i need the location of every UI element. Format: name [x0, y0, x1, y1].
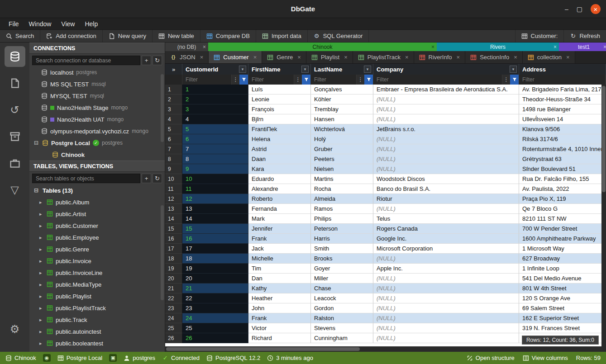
cell-customerid[interactable]: 15 [182, 224, 248, 234]
cell-address[interactable]: Grétrystraat 63 [519, 154, 606, 164]
close-icon[interactable]: × [344, 54, 348, 61]
cell-address[interactable]: Sſnder Boulevard 51 [519, 164, 606, 174]
minimize-button[interactable]: – [565, 5, 568, 13]
table-item-public-customer[interactable]: ▸public.Customer [29, 220, 165, 232]
cell-company[interactable]: (NULL) [373, 95, 519, 104]
table-row[interactable]: 2020DanMiller(NULL)541 Del Medio Avenue [165, 274, 606, 284]
cell-address[interactable]: Ullevĺlsveien 14 [519, 114, 606, 124]
cell-lastname[interactable]: Chase [311, 284, 373, 293]
kebab-menu-button[interactable]: ⋮ [502, 75, 510, 85]
close-icon[interactable]: × [603, 44, 606, 50]
close-button[interactable]: × [591, 4, 601, 14]
horizontal-scrollbar[interactable] [165, 346, 606, 352]
table-row[interactable]: 55FrantiΠekWichterlováJetBrains s.r.o.Kl… [165, 124, 606, 134]
chevron-down-icon[interactable]: ▾ [510, 66, 517, 73]
cell-address[interactable]: 319 N. Frances Street [519, 323, 606, 333]
add-connection-small-button[interactable]: + [142, 56, 151, 65]
column-header-address[interactable]: Address [519, 64, 606, 75]
column-header-company[interactable]: Company▾ [373, 64, 519, 75]
maximize-button[interactable]: ▢ [577, 5, 582, 13]
cell-address[interactable]: 1 Infinite Loop [519, 264, 606, 274]
cell-address[interactable]: 700 W Pender Street [519, 224, 606, 234]
cell-firstname[interactable]: Astrid [248, 144, 311, 154]
cell-firstname[interactable]: Dan [248, 274, 311, 284]
cell-firstname[interactable]: Mark [248, 214, 311, 224]
cell-customerid[interactable]: 18 [182, 254, 248, 264]
column-header-firstname[interactable]: FirstName▾ [248, 64, 311, 75]
cell-company[interactable]: Apple Inc. [373, 264, 519, 274]
cell-company[interactable]: (NULL) [373, 333, 519, 343]
table-row[interactable]: 22LeonieKöhler(NULL)Theodor-Heuss-Straße… [165, 95, 606, 104]
cell-company[interactable]: JetBrains s.r.o. [373, 124, 519, 134]
chevron-right-icon[interactable]: ▸ [39, 305, 44, 311]
cell-lastname[interactable]: Brooks [311, 254, 373, 264]
chevron-right-icon[interactable]: ▸ [39, 317, 44, 323]
filter-funnel-button[interactable] [364, 75, 373, 85]
cell-lastname[interactable]: Martins [311, 174, 373, 184]
kebab-menu-button[interactable]: ⋮ [232, 75, 239, 85]
cell-address[interactable]: Praça Pio X, 119 [519, 194, 606, 204]
table-item-public-playlist[interactable]: ▸public.Playlist [29, 290, 165, 302]
row-number[interactable]: 11 [165, 184, 182, 194]
collapse-icon[interactable]: ⊟ [34, 140, 39, 146]
row-number[interactable]: 3 [165, 104, 182, 114]
cell-company[interactable]: (NULL) [373, 164, 519, 174]
table-row[interactable]: 33FrançoisTremblay(NULL)1498 rue Bélange… [165, 104, 606, 114]
cell-company[interactable]: Riotur [373, 194, 519, 204]
close-icon[interactable]: × [431, 44, 434, 50]
file-tab-collection[interactable]: collection× [523, 51, 575, 63]
kebab-menu-button[interactable]: ⋮ [357, 75, 364, 85]
filter-input[interactable]: Filter [248, 75, 294, 85]
menu-help[interactable]: Help [80, 20, 103, 28]
table-row[interactable]: 1919TimGoyerApple Inc.1 Infinite Loop [165, 264, 606, 274]
filter-funnel-button[interactable] [302, 75, 310, 85]
database-tab-chinook[interactable]: Chinook× [208, 43, 437, 51]
cell-address[interactable]: Rilská 3174/6 [519, 134, 606, 144]
row-number[interactable]: 10 [165, 174, 182, 184]
cell-firstname[interactable]: Frank [248, 313, 311, 323]
close-icon[interactable]: × [566, 54, 570, 61]
chevron-right-icon[interactable]: ▸ [39, 211, 44, 217]
cell-address[interactable]: 627 Broadway [519, 254, 606, 264]
cell-address[interactable]: 162 E Superior Street [519, 313, 606, 323]
cell-address[interactable]: Qe 7 Bloco G [519, 204, 606, 214]
cell-company[interactable]: (NULL) [373, 154, 519, 164]
chevron-right-icon[interactable]: ▸ [39, 293, 44, 299]
cell-lastname[interactable]: Ramos [311, 204, 373, 214]
cell-firstname[interactable]: Heather [248, 293, 311, 303]
add-object-button[interactable]: + [142, 174, 151, 183]
table-row[interactable]: 1515JenniferPetersonRogers Canada700 W P… [165, 224, 606, 234]
cell-company[interactable]: (NULL) [373, 134, 519, 144]
chevron-right-icon[interactable]: ▸ [39, 282, 44, 288]
rail-item-database-icon[interactable] [5, 46, 25, 67]
file-tab-customer[interactable]: Customer× [209, 51, 262, 63]
cell-company[interactable]: (NULL) [373, 104, 519, 114]
cell-firstname[interactable]: Kara [248, 164, 311, 174]
cell-company[interactable]: (NULL) [373, 114, 519, 124]
row-number[interactable]: 17 [165, 244, 182, 254]
cell-address[interactable]: Rotenturmstraße 4, 1010 Innere Stadt [519, 144, 606, 154]
table-row[interactable]: 2525VictorStevens(NULL)319 N. Frances St… [165, 323, 606, 333]
cell-customerid[interactable]: 16 [182, 234, 248, 244]
toolbar-button-compare-db[interactable]: Compare DB [200, 30, 256, 42]
cell-firstname[interactable]: Luís [248, 85, 311, 95]
table-row[interactable]: 1010EduardoMartinsWoodstock DiscosRua Dr… [165, 174, 606, 184]
cell-lastname[interactable]: Hansen [311, 114, 373, 124]
filter-input[interactable]: Filter [373, 75, 502, 85]
cell-customerid[interactable]: 13 [182, 204, 248, 214]
cell-company[interactable]: (NULL) [373, 303, 519, 313]
table-row[interactable]: 2424FrankRalston(NULL)162 E Superior Str… [165, 313, 606, 323]
collapse-icon[interactable]: ⊟ [34, 187, 39, 194]
cell-firstname[interactable]: Eduardo [248, 174, 311, 184]
cell-address[interactable]: 8210 111 ST NW [519, 214, 606, 224]
table-item-public-artist[interactable]: ▸public.Artist [29, 208, 165, 220]
kebab-menu-button[interactable]: ⋮ [294, 75, 302, 85]
cell-customerid[interactable]: 3 [182, 104, 248, 114]
cell-customerid[interactable]: 17 [182, 244, 248, 254]
row-number[interactable]: 7 [165, 144, 182, 154]
chevron-right-icon[interactable]: ▸ [39, 235, 44, 241]
connection-item-nano2health-stage[interactable]: Nano2Health Stagemongo [29, 102, 165, 113]
table-item-public-autoinctest[interactable]: ▸public.autoinctest [29, 326, 165, 337]
filter-funnel-button[interactable] [510, 75, 519, 85]
expand-all-button[interactable]: » [165, 64, 182, 75]
